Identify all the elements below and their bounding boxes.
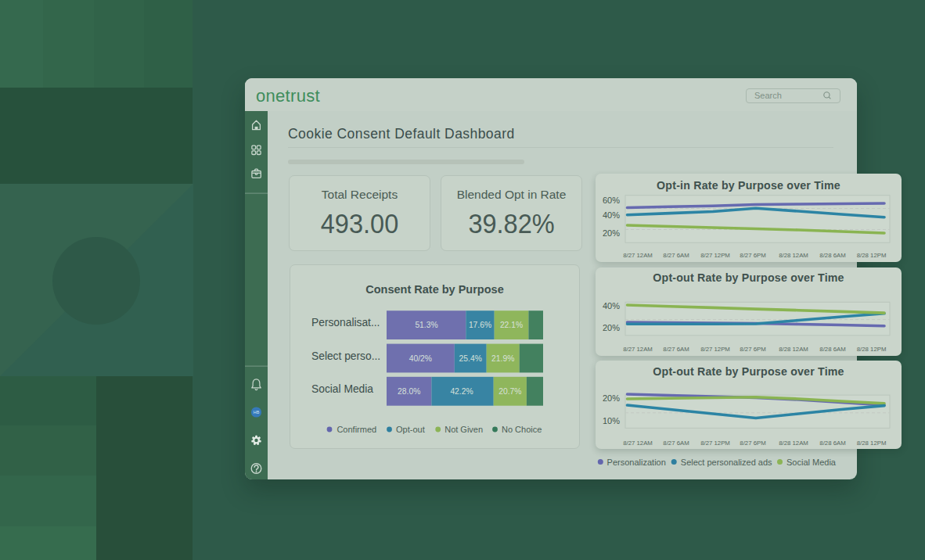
- svg-text:8/27 12AM: 8/27 12AM: [623, 440, 653, 447]
- svg-text:8/28 12PM: 8/28 12PM: [857, 252, 887, 259]
- svg-text:8/28 12PM: 8/28 12PM: [857, 440, 887, 447]
- svg-text:8/27 6PM: 8/27 6PM: [740, 346, 765, 353]
- svg-text:8/28 6AM: 8/28 6AM: [819, 440, 845, 447]
- svg-text:8/27 12AM: 8/27 12AM: [623, 252, 653, 259]
- svg-text:8/28 12AM: 8/28 12AM: [779, 440, 808, 447]
- svg-text:8/28 12PM: 8/28 12PM: [857, 346, 887, 353]
- svg-text:8/27 12PM: 8/27 12PM: [700, 440, 730, 447]
- svg-text:Opt-out Rate by Purpose over T: Opt-out Rate by Purpose over Time: [653, 271, 844, 284]
- svg-text:8/28 6AM: 8/28 6AM: [819, 252, 845, 259]
- svg-text:Opt-in Rate by Purpose over Ti: Opt-in Rate by Purpose over Time: [657, 179, 840, 192]
- svg-text:42.2%: 42.2%: [450, 387, 473, 396]
- svg-text:8/27 6AM: 8/27 6AM: [663, 346, 689, 353]
- svg-text:8/27 12AM: 8/27 12AM: [623, 346, 653, 353]
- svg-text:Social Media: Social Media: [786, 458, 837, 467]
- svg-text:20.7%: 20.7%: [498, 387, 521, 396]
- svg-text:40/2%: 40/2%: [409, 354, 432, 363]
- svg-text:10%: 10%: [603, 416, 620, 425]
- svg-text:20%: 20%: [603, 323, 620, 332]
- svg-text:28.0%: 28.0%: [398, 387, 420, 396]
- svg-text:8/27 6AM: 8/27 6AM: [663, 440, 689, 447]
- svg-text:21.9%: 21.9%: [491, 354, 514, 363]
- svg-text:8/27 6PM: 8/27 6PM: [740, 252, 765, 259]
- svg-text:8/28 12AM: 8/28 12AM: [779, 346, 808, 353]
- svg-text:Opt-out: Opt-out: [396, 425, 425, 434]
- svg-text:onetrust: onetrust: [256, 86, 320, 106]
- svg-text:20%: 20%: [603, 228, 620, 238]
- svg-text:8/27 6PM: 8/27 6PM: [740, 440, 765, 447]
- svg-text:60%: 60%: [603, 196, 620, 205]
- svg-text:No Choice: No Choice: [502, 425, 542, 434]
- svg-text:8/28 12AM: 8/28 12AM: [779, 252, 808, 259]
- svg-text:51.3%: 51.3%: [415, 321, 437, 329]
- svg-text:HB: HB: [254, 410, 260, 415]
- svg-text:17.6%: 17.6%: [469, 321, 491, 329]
- svg-text:Confirmed: Confirmed: [337, 425, 376, 434]
- svg-text:Select personalized ads: Select personalized ads: [681, 458, 772, 467]
- svg-text:8/27 12PM: 8/27 12PM: [700, 346, 730, 353]
- svg-text:8/27 12PM: 8/27 12PM: [700, 252, 730, 259]
- svg-text:25.4%: 25.4%: [459, 354, 482, 363]
- svg-text:8/28 6AM: 8/28 6AM: [819, 346, 845, 353]
- svg-text:Personalization: Personalization: [607, 458, 666, 467]
- svg-text:40%: 40%: [603, 300, 620, 310]
- svg-text:20%: 20%: [603, 393, 620, 403]
- svg-text:8/27 6AM: 8/27 6AM: [663, 252, 689, 259]
- svg-text:40%: 40%: [603, 210, 620, 220]
- svg-text:Not Given: Not Given: [445, 425, 483, 434]
- svg-text:Opt-out Rate by Purpose over T: Opt-out Rate by Purpose over Time: [653, 365, 844, 378]
- svg-text:22.1%: 22.1%: [500, 321, 523, 329]
